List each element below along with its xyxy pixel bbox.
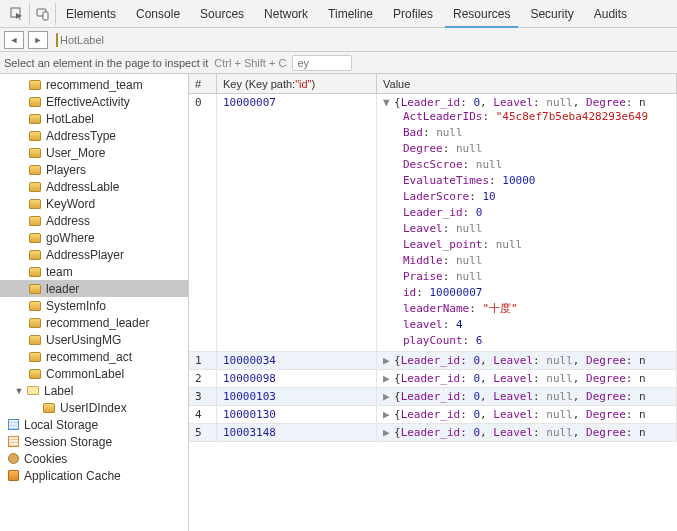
db-icon <box>28 351 42 363</box>
table-row[interactable]: 410000130▶{Leader_id: 0, Leavel: null, D… <box>189 406 677 424</box>
db-icon <box>42 402 56 414</box>
tab-timeline[interactable]: Timeline <box>318 0 383 27</box>
tree-item-CommonLabel[interactable]: CommonLabel <box>0 365 188 382</box>
table-row[interactable]: 110000034▶{Leader_id: 0, Leavel: null, D… <box>189 352 677 370</box>
tree-item-AddressType[interactable]: AddressType <box>0 127 188 144</box>
tree-item-SystemInfo[interactable]: SystemInfo <box>0 297 188 314</box>
tree-item-leader[interactable]: leader <box>0 280 188 297</box>
col-header-value[interactable]: Value <box>377 74 677 93</box>
tree-item-recommend_team[interactable]: recommend_team <box>0 76 188 93</box>
tree-item-HotLabel[interactable]: HotLabel <box>0 110 188 127</box>
cell-value[interactable]: ▶{Leader_id: 0, Leavel: null, Degree: n <box>377 388 677 405</box>
col-header-index[interactable]: # <box>189 74 217 93</box>
tree-item-goWhere[interactable]: goWhere <box>0 229 188 246</box>
db-icon <box>28 96 42 108</box>
expand-triangle-icon[interactable]: ▶ <box>383 426 392 439</box>
storage-icon <box>6 453 20 465</box>
inspect-shortcut: Ctrl + Shift + C <box>214 57 286 69</box>
tab-security[interactable]: Security <box>520 0 583 27</box>
tab-audits[interactable]: Audits <box>584 0 637 27</box>
expand-triangle-icon[interactable]: ▶ <box>383 372 392 385</box>
expand-triangle-icon[interactable]: ▶ <box>383 408 392 421</box>
cell-key: 10000130 <box>217 406 377 423</box>
cell-index: 5 <box>189 424 217 441</box>
db-icon <box>28 164 42 176</box>
tab-network[interactable]: Network <box>254 0 318 27</box>
expand-triangle-icon[interactable]: ▼ <box>383 96 392 109</box>
tree-item-recommend_leader[interactable]: recommend_leader <box>0 314 188 331</box>
db-icon <box>28 198 42 210</box>
tree-item-application-cache[interactable]: Application Cache <box>0 467 188 484</box>
cell-index: 3 <box>189 388 217 405</box>
tab-elements[interactable]: Elements <box>56 0 126 27</box>
nav-fwd-button[interactable]: ► <box>28 31 48 49</box>
db-icon <box>28 368 42 380</box>
cell-value[interactable]: ▼{Leader_id: 0, Leavel: null, Degree: nA… <box>377 94 677 351</box>
tree-item-useridindex[interactable]: UserIDIndex <box>0 399 188 416</box>
db-icon <box>28 283 42 295</box>
table-row[interactable]: 310000103▶{Leader_id: 0, Leavel: null, D… <box>189 388 677 406</box>
db-icon <box>28 266 42 278</box>
nav-back-button[interactable]: ◄ <box>4 31 24 49</box>
tree-item-local-storage[interactable]: Local Storage <box>0 416 188 433</box>
table-row[interactable]: 510003148▶{Leader_id: 0, Leavel: null, D… <box>189 424 677 442</box>
tab-profiles[interactable]: Profiles <box>383 0 443 27</box>
expand-triangle-icon[interactable]: ▶ <box>383 354 392 367</box>
table-row[interactable]: 210000098▶{Leader_id: 0, Leavel: null, D… <box>189 370 677 388</box>
tree-item-KeyWord[interactable]: KeyWord <box>0 195 188 212</box>
inspect-icon <box>10 7 24 21</box>
tree-item-recommend_act[interactable]: recommend_act <box>0 348 188 365</box>
cell-value[interactable]: ▶{Leader_id: 0, Leavel: null, Degree: n <box>377 352 677 369</box>
storage-icon <box>6 419 20 431</box>
grid-header: # Key (Key path: "id") Value <box>189 74 677 94</box>
cell-value[interactable]: ▶{Leader_id: 0, Leavel: null, Degree: n <box>377 370 677 387</box>
cell-value[interactable]: ▶{Leader_id: 0, Leavel: null, Degree: n <box>377 406 677 423</box>
db-icon <box>28 232 42 244</box>
tree-item-Players[interactable]: Players <box>0 161 188 178</box>
tab-console[interactable]: Console <box>126 0 190 27</box>
tree-item-AddressPlayer[interactable]: AddressPlayer <box>0 246 188 263</box>
filter-input[interactable] <box>292 55 352 71</box>
db-icon <box>28 334 42 346</box>
tree-item-EffectiveActivity[interactable]: EffectiveActivity <box>0 93 188 110</box>
tree-item-UserUsingMG[interactable]: UserUsingMG <box>0 331 188 348</box>
storage-icon <box>6 436 20 448</box>
tree-item-session-storage[interactable]: Session Storage <box>0 433 188 450</box>
cell-index: 4 <box>189 406 217 423</box>
tree-item-User_More[interactable]: User_More <box>0 144 188 161</box>
col-header-key-path: "id" <box>295 78 311 90</box>
inspect-hint-bar: Select an element in the page to inspect… <box>0 52 677 74</box>
data-grid: # Key (Key path: "id") Value 010000007▼{… <box>189 74 677 531</box>
tree-item-AddressLable[interactable]: AddressLable <box>0 178 188 195</box>
device-toggle-button[interactable] <box>30 3 56 25</box>
cell-key: 10000034 <box>217 352 377 369</box>
tree-item-cookies[interactable]: Cookies <box>0 450 188 467</box>
tree-item-label[interactable]: ▼Label <box>0 382 188 399</box>
db-icon <box>28 181 42 193</box>
tab-sources[interactable]: Sources <box>190 0 254 27</box>
resource-tree: recommend_teamEffectiveActivityHotLabelA… <box>0 74 188 484</box>
sub-toolbar: ◄ ► HotLabel <box>0 28 677 52</box>
expand-triangle-icon[interactable]: ▶ <box>383 390 392 403</box>
tab-resources[interactable]: Resources <box>443 0 520 27</box>
cell-index: 2 <box>189 370 217 387</box>
cell-value[interactable]: ▶{Leader_id: 0, Leavel: null, Degree: n <box>377 424 677 441</box>
disclosure-triangle-icon[interactable]: ▼ <box>14 386 24 396</box>
panel-tabs: ElementsConsoleSourcesNetworkTimelinePro… <box>56 0 637 27</box>
db-icon <box>28 130 42 142</box>
folder-icon <box>26 385 40 397</box>
db-icon <box>28 300 42 312</box>
tree-item-Address[interactable]: Address <box>0 212 188 229</box>
table-row[interactable]: 010000007▼{Leader_id: 0, Leavel: null, D… <box>189 94 677 352</box>
cell-index: 1 <box>189 352 217 369</box>
db-icon <box>28 113 42 125</box>
col-header-key[interactable]: Key (Key path: "id") <box>217 74 377 93</box>
storage-icon <box>6 470 20 482</box>
cell-key: 10003148 <box>217 424 377 441</box>
resources-sidebar: recommend_teamEffectiveActivityHotLabelA… <box>0 74 189 531</box>
cell-key: 10000098 <box>217 370 377 387</box>
tree-item-team[interactable]: team <box>0 263 188 280</box>
cell-key: 10000103 <box>217 388 377 405</box>
db-icon <box>28 79 42 91</box>
inspect-toggle-button[interactable] <box>4 3 30 25</box>
